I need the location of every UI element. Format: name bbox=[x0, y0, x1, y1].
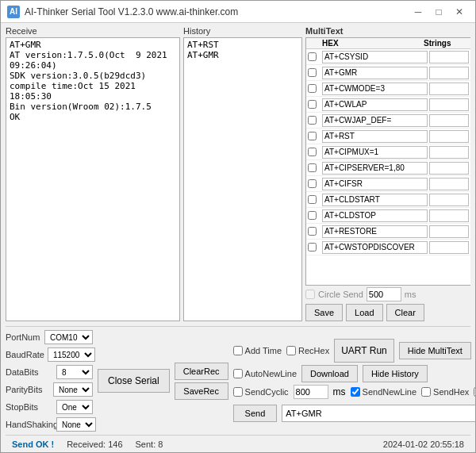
mt-row-9: 9 bbox=[306, 176, 470, 192]
hide-history-button[interactable]: Hide History bbox=[363, 365, 428, 382]
mt-hex-header: HEX bbox=[322, 39, 424, 48]
clear-rec-button[interactable]: ClearRec bbox=[175, 363, 228, 380]
main-content: Receive AT+GMR AT version:1.7.5.0(Oct 9 … bbox=[1, 23, 475, 452]
minimize-button[interactable]: ─ bbox=[409, 4, 428, 20]
paritybits-row: ParityBits None bbox=[6, 381, 93, 398]
mt-row-1-str-input[interactable] bbox=[429, 51, 469, 63]
receive-label: Receive bbox=[6, 26, 180, 36]
ctrl-row-2: AutoNewLine Download Hide History bbox=[233, 365, 475, 382]
circle-send-input[interactable] bbox=[367, 287, 401, 301]
receive-textarea[interactable]: AT+GMR AT version:1.7.5.0(Oct 9 2021 09:… bbox=[6, 37, 180, 321]
ctrl-row-3: SendCyclic ms SendNewLine SendHex Form bbox=[233, 385, 475, 399]
mt-row-3-hex-input[interactable] bbox=[322, 83, 428, 95]
mt-row-7-str-input[interactable] bbox=[429, 146, 469, 159]
send-newline-checkbox[interactable] bbox=[351, 387, 360, 397]
mt-row-9-hex-input[interactable] bbox=[322, 178, 428, 190]
mt-row-7-checkbox[interactable] bbox=[308, 148, 317, 156]
databits-label: DataBits bbox=[6, 367, 53, 377]
history-textarea[interactable]: AT+RST AT+GMR bbox=[183, 37, 302, 321]
save-button[interactable]: Save bbox=[305, 304, 343, 321]
mt-row-2-str-input[interactable] bbox=[429, 67, 469, 79]
history-label: History bbox=[183, 26, 302, 36]
mt-row-6-str-input[interactable] bbox=[429, 130, 469, 143]
paritybits-label: ParityBits bbox=[6, 385, 50, 394]
load-button[interactable]: Load bbox=[346, 304, 382, 321]
format-input-check-label: FormatInput bbox=[474, 387, 475, 397]
mt-row-9-str-input[interactable] bbox=[429, 178, 469, 190]
uart-run-button[interactable]: UART Run bbox=[334, 339, 394, 363]
mt-row-13-str-input[interactable] bbox=[429, 241, 469, 254]
databits-select[interactable]: 8 bbox=[56, 365, 93, 379]
mt-row-12-hex-input[interactable] bbox=[322, 225, 428, 238]
mt-row-6-checkbox[interactable] bbox=[308, 132, 317, 140]
mt-row-10-checkbox[interactable] bbox=[308, 195, 317, 204]
add-time-label: Add Time bbox=[245, 346, 282, 355]
add-time-checkbox[interactable] bbox=[233, 346, 243, 355]
cyclic-ms-input[interactable] bbox=[294, 385, 328, 399]
mt-row-3-checkbox[interactable] bbox=[308, 84, 317, 93]
auto-newline-label: AutoNewLine bbox=[245, 369, 297, 378]
mt-row-13-checkbox[interactable] bbox=[308, 243, 317, 251]
mt-table-header: HEX Strings Send bbox=[306, 38, 470, 49]
mt-row-1-hex-input[interactable] bbox=[322, 51, 428, 63]
mt-button-row: Save Load Clear bbox=[305, 304, 470, 321]
hide-multitext-button[interactable]: Hide MultiText bbox=[399, 342, 471, 359]
rec-hex-checkbox[interactable] bbox=[286, 346, 296, 355]
mt-row-6-hex-input[interactable] bbox=[322, 130, 428, 143]
multitext-table: HEX Strings Send 1 2 3 4 5 bbox=[305, 37, 470, 286]
mt-row-1-checkbox[interactable] bbox=[308, 52, 317, 61]
send-newline-label: SendNewLine bbox=[363, 387, 417, 397]
config-panel: PortNum COM10 BaudRate 115200 DataBits 8 bbox=[6, 328, 93, 433]
send-hex-checkbox[interactable] bbox=[421, 387, 431, 397]
mt-row-4-str-input[interactable] bbox=[429, 98, 469, 111]
format-input-checkbox[interactable] bbox=[474, 387, 475, 397]
mt-row-12-checkbox[interactable] bbox=[308, 227, 317, 236]
close-serial-button[interactable]: Close Serial bbox=[98, 369, 170, 393]
circle-send-checkbox[interactable] bbox=[305, 290, 315, 299]
send-main-button[interactable]: Send bbox=[233, 405, 278, 422]
auto-newline-checkbox[interactable] bbox=[233, 369, 243, 378]
mt-row-8-checkbox[interactable] bbox=[308, 163, 317, 172]
baudrate-row: BaudRate 115200 bbox=[6, 346, 93, 363]
mt-row-10-hex-input[interactable] bbox=[322, 194, 428, 206]
add-time-check-label: Add Time bbox=[233, 346, 282, 355]
close-button[interactable]: ✕ bbox=[450, 4, 469, 20]
portnum-row: PortNum COM10 bbox=[6, 328, 93, 346]
download-button[interactable]: Download bbox=[301, 365, 358, 382]
mt-row-11-str-input[interactable] bbox=[429, 209, 469, 222]
mt-row-10-str-input[interactable] bbox=[429, 194, 469, 206]
mt-row-5-checkbox[interactable] bbox=[308, 116, 317, 125]
portnum-select[interactable]: COM10 bbox=[44, 330, 93, 344]
paritybits-select[interactable]: None bbox=[53, 382, 93, 397]
mt-row-4-hex-input[interactable] bbox=[322, 98, 428, 111]
mt-row-13-hex-input[interactable] bbox=[322, 241, 428, 254]
stopbits-select[interactable]: One bbox=[56, 400, 93, 414]
mt-row-8-hex-input[interactable] bbox=[322, 162, 428, 175]
mt-row-4-checkbox[interactable] bbox=[308, 100, 317, 109]
mt-row-9-checkbox[interactable] bbox=[308, 179, 317, 188]
title-bar: AI AI-Thinker Serial Tool V1.2.3.0 www.a… bbox=[1, 1, 475, 23]
mt-row-2-checkbox[interactable] bbox=[308, 68, 317, 77]
send-newline-check-label: SendNewLine bbox=[351, 387, 417, 397]
mt-row-5-str-input[interactable] bbox=[429, 114, 469, 127]
mt-row-3-str-input[interactable] bbox=[429, 83, 469, 95]
save-rec-button[interactable]: SaveRec bbox=[175, 382, 228, 400]
mt-row-8-str-input[interactable] bbox=[429, 162, 469, 175]
circle-send-row: Circle Send ms bbox=[305, 287, 470, 301]
mt-row-11-checkbox[interactable] bbox=[308, 211, 317, 220]
mt-row-2: 2 bbox=[306, 65, 470, 81]
mt-row-7-hex-input[interactable] bbox=[322, 146, 428, 159]
mt-row-2-hex-input[interactable] bbox=[322, 67, 428, 79]
mt-row-5-hex-input[interactable] bbox=[322, 114, 428, 127]
mt-send-header: Send bbox=[467, 39, 470, 48]
send-cyclic-checkbox[interactable] bbox=[233, 387, 243, 397]
clear-button[interactable]: Clear bbox=[386, 304, 424, 321]
mt-row-12: 12 bbox=[306, 224, 470, 240]
mt-row-11-hex-input[interactable] bbox=[322, 209, 428, 222]
maximize-button[interactable]: □ bbox=[429, 4, 448, 20]
mt-row-12-str-input[interactable] bbox=[429, 225, 469, 238]
baudrate-select[interactable]: 115200 bbox=[48, 347, 95, 362]
send-input[interactable] bbox=[282, 405, 475, 422]
handshaking-select[interactable]: None bbox=[56, 417, 96, 432]
window-controls: ─ □ ✕ bbox=[409, 4, 469, 20]
